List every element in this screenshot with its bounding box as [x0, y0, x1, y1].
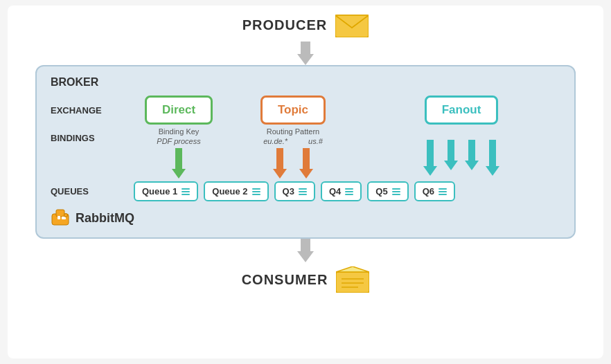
queue-5: Q5	[367, 181, 408, 201]
producer-envelope-icon	[335, 12, 369, 37]
queue-1-label: Queue 1	[142, 186, 177, 197]
line3	[345, 194, 353, 195]
queues-items: Queue 1 Queue 2	[113, 181, 560, 201]
line3	[181, 194, 190, 195]
svg-marker-8	[336, 266, 369, 272]
direct-binding-pattern: PDF process	[157, 137, 200, 145]
exchange-fanout-wrap: Fanout	[362, 95, 560, 125]
topic-pattern1: eu.de.*	[263, 137, 287, 145]
fanout-arrow-2	[444, 140, 458, 176]
queues-label: QUEUES	[51, 186, 113, 197]
topic-arrows	[273, 148, 313, 179]
topic-patterns: eu.de.* us.#	[263, 137, 323, 145]
line3	[439, 194, 447, 195]
exchange-row: EXCHANGE Direct Topic Fanout	[51, 95, 560, 125]
shaft	[276, 148, 283, 169]
diagram-container: PRODUCER BROKER EXCHANGE Direct Topic	[8, 6, 603, 358]
fanout-arrow-3	[465, 140, 479, 176]
producer-label: PRODUCER	[242, 17, 327, 33]
bindings-label: BINDINGS	[51, 127, 113, 143]
line2	[299, 191, 307, 192]
bindings-content: Binding Key PDF process Routing Pattern …	[113, 127, 560, 179]
queue-3: Q3	[274, 181, 315, 201]
queue-1: Queue 1	[134, 181, 198, 201]
exchange-items: Direct Topic Fanout	[113, 95, 560, 125]
line3	[252, 194, 260, 195]
broker-box: BROKER EXCHANGE Direct Topic Fanout BIND…	[35, 65, 576, 239]
queue-6: Q6	[414, 181, 455, 201]
fanout-arrow-4	[486, 140, 499, 176]
shaft	[448, 140, 454, 161]
queue-4-lines	[345, 188, 353, 195]
head	[423, 166, 437, 176]
exchange-direct: Direct	[145, 95, 213, 125]
line1	[299, 188, 307, 190]
direct-arrow-head	[172, 169, 186, 179]
topic-pattern2: us.#	[308, 137, 323, 145]
head	[299, 169, 313, 179]
line2	[439, 191, 447, 192]
queue-2-label: Queue 2	[212, 186, 247, 197]
consumer-section: CONSUMER	[242, 266, 370, 293]
topic-arrow-1	[273, 148, 287, 179]
queue-5-lines	[392, 188, 400, 195]
binding-direct-col: Binding Key PDF process	[134, 127, 224, 179]
queue-4: Q4	[321, 181, 362, 201]
line1	[439, 188, 447, 190]
line1	[345, 188, 353, 190]
line1	[392, 188, 400, 190]
direct-arrow-shaft	[175, 148, 182, 169]
exchange-topic: Topic	[260, 95, 326, 125]
line2	[392, 191, 400, 192]
queue-2-lines	[252, 188, 260, 195]
exchange-fanout: Fanout	[425, 95, 499, 125]
exchange-direct-wrap: Direct	[134, 95, 224, 125]
svg-rect-3	[56, 210, 64, 217]
bindings-section: BINDINGS Binding Key PDF process Routing…	[51, 127, 560, 179]
arrow-shaft	[301, 239, 310, 251]
head	[486, 166, 499, 176]
queues-row: QUEUES Queue 1 Queue 2	[51, 181, 560, 201]
line2	[252, 191, 260, 192]
line3	[392, 194, 400, 195]
head	[465, 161, 479, 170]
binding-fanout-col	[362, 127, 560, 179]
topic-arrow-2	[299, 148, 313, 179]
binding-topic-col: Routing Pattern eu.de.* us.#	[224, 127, 362, 179]
broker-label: BROKER	[51, 76, 560, 89]
line1	[181, 188, 190, 190]
direct-arrow	[172, 148, 186, 179]
line2	[181, 191, 190, 192]
exchange-row-label: EXCHANGE	[51, 105, 113, 116]
consumer-envelope-icon	[336, 266, 369, 293]
svg-rect-7	[336, 272, 369, 293]
fanout-arrows	[423, 140, 499, 176]
rabbitmq-footer: RabbitMQ	[51, 208, 560, 228]
queue-2: Queue 2	[204, 181, 268, 201]
queue-6-lines	[439, 188, 447, 195]
shaft	[489, 140, 496, 166]
rabbitmq-icon	[51, 208, 70, 228]
line2	[345, 191, 353, 192]
svg-point-6	[64, 214, 68, 217]
broker-to-consumer-arrow	[297, 239, 314, 262]
rabbitmq-label: RabbitMQ	[76, 211, 134, 226]
head	[273, 169, 287, 179]
arrow-head	[297, 54, 314, 65]
exchange-topic-wrap: Topic	[224, 95, 362, 125]
queue-4-label: Q4	[329, 186, 341, 197]
shaft	[427, 140, 434, 166]
producer-to-broker-arrow	[297, 42, 314, 65]
queue-5-label: Q5	[375, 186, 387, 197]
shaft	[468, 140, 475, 161]
shaft	[303, 148, 310, 169]
queue-3-label: Q3	[283, 186, 294, 197]
line1	[252, 188, 260, 190]
svg-rect-4	[57, 216, 60, 219]
arrow-shaft	[301, 42, 310, 54]
fanout-arrow-1	[423, 140, 437, 176]
producer-section: PRODUCER	[242, 12, 369, 37]
topic-binding-key: Routing Pattern	[267, 127, 319, 136]
head	[444, 161, 458, 170]
queue-6-label: Q6	[423, 186, 434, 197]
